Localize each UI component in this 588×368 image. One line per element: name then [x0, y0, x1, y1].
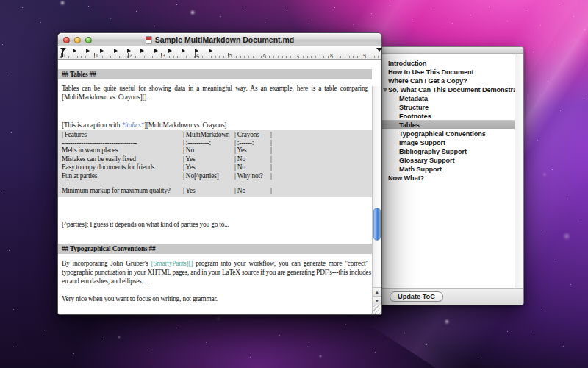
document-text: ## Tables ## Tables can be quite useful …: [58, 60, 372, 314]
text-editing-area[interactable]: ## Tables ## Tables can be quite useful …: [58, 60, 381, 314]
ruler[interactable]: 0 1 2 3 4 5 6 7 8 9: [58, 46, 381, 60]
paragraph-line: en and em dashes, and ellipses....: [62, 277, 368, 286]
scroll-up-arrow-icon[interactable]: ▲: [373, 287, 381, 296]
tab-stop-icon[interactable]: [73, 49, 76, 53]
toc-item-where-copy[interactable]: Where Can I Get a Copy?: [382, 77, 514, 85]
left-margin-marker-icon[interactable]: [60, 48, 66, 52]
document-proxy-icon[interactable]: [146, 36, 152, 44]
toc-item-demonstrate[interactable]: So, What Can This Document Demonstrate?: [382, 85, 514, 94]
editor-window: Sample MultiMarkdown Document.md 0 1 2 3…: [57, 32, 382, 315]
tab-stop-icon[interactable]: [168, 49, 172, 53]
toc-panel-titlebar[interactable]: [381, 47, 523, 54]
toc-item-label: So, What Can This Document Demonstrate?: [388, 86, 514, 93]
toc-item-bibliography[interactable]: Bibliography Support: [382, 147, 514, 156]
toc-item-now-what[interactable]: Now What?: [382, 174, 514, 183]
toc-panel-footer: Update ToC: [381, 288, 523, 305]
window-titlebar[interactable]: Sample MultiMarkdown Document.md: [58, 33, 381, 46]
tab-stop-icon[interactable]: [100, 49, 104, 53]
table-row: Fun at parties| No[^parties]| Why not?|: [62, 172, 372, 181]
tab-stop-icon[interactable]: [86, 49, 90, 53]
table-row: Easy to copy documents for friends| Yes|…: [62, 163, 372, 172]
scrollbar-thumb[interactable]: [373, 208, 381, 241]
paragraph-line: [MultiMarkdown vs. Crayons][].: [62, 93, 368, 102]
right-margin-marker-icon[interactable]: [376, 48, 382, 52]
smartypants-link: [SmartyPants][]: [151, 260, 193, 267]
window-resize-grip[interactable]: [372, 305, 381, 314]
table-row: Minimum markup for maximum quality?| Yes…: [62, 187, 372, 196]
heading-tables: ## Tables ##: [58, 69, 372, 79]
caption-pre: [This is a caption with: [62, 121, 121, 129]
typo-pre: By incorporating John Gruber's: [62, 260, 151, 267]
zoom-button[interactable]: [85, 37, 92, 43]
tab-stop-icon[interactable]: [114, 49, 118, 53]
toc-item-how-to-use[interactable]: How to Use This Document: [382, 68, 514, 77]
tab-stop-icon[interactable]: [140, 49, 144, 53]
caption-post: ][MultiMarkdown vs. Crayons]: [144, 121, 226, 129]
disclosure-triangle-icon[interactable]: [383, 88, 387, 92]
table-row: Melts in warm places| No| Yes|: [62, 146, 372, 155]
paragraph-line: Very nice when you want to focus on writ…: [62, 295, 368, 304]
toc-item-metadata[interactable]: Metadata: [382, 94, 514, 103]
minimize-button[interactable]: [74, 37, 81, 43]
toc-item-structure[interactable]: Structure: [382, 103, 514, 112]
vertical-scrollbar-track[interactable]: ▲ ▼: [372, 86, 381, 314]
tab-stop-icon[interactable]: [209, 49, 212, 53]
paragraph-line: Tables can be quite useful for showing d…: [62, 85, 368, 93]
scroll-down-arrow-icon[interactable]: ▼: [373, 296, 381, 305]
tab-stop-icon[interactable]: [182, 49, 185, 53]
caption-italics: *italics*: [121, 121, 144, 129]
starfield-bright: [0, 0, 1, 1]
toc-item-image-support[interactable]: Image Support: [382, 138, 514, 147]
starfield: [0, 0, 1, 1]
toc-item-glossary[interactable]: Glossary Support: [382, 156, 514, 165]
toc-list: Introduction How to Use This Document Wh…: [382, 54, 514, 288]
ruler-tick-marks: [60, 56, 380, 58]
toc-scrollbar-track[interactable]: [514, 54, 523, 288]
heading-typographical: ## Typographical Conventions ##: [58, 244, 372, 254]
window-title-text: Sample MultiMarkdown Document.md: [155, 35, 295, 44]
toc-item-typographical[interactable]: Typographical Conventions: [382, 130, 514, 138]
toc-panel: Introduction How to Use This Document Wh…: [381, 46, 524, 305]
typo-post: program into your workflow, you can gene…: [193, 260, 368, 267]
paragraph-line: By incorporating John Gruber's [SmartyPa…: [62, 260, 368, 269]
window-title: Sample MultiMarkdown Document.md: [102, 35, 337, 44]
toc-item-introduction[interactable]: Introduction: [382, 59, 514, 68]
close-button[interactable]: [63, 37, 70, 43]
tab-stop-icon[interactable]: [154, 49, 158, 53]
footnote-line: [^parties]: I guess it depends on what k…: [62, 221, 368, 230]
toc-item-tables-selected[interactable]: Tables: [382, 120, 514, 129]
paragraph-line: typographic punctuation in your XHTML pa…: [62, 269, 368, 277]
update-toc-button[interactable]: Update ToC: [390, 291, 443, 302]
toc-item-math[interactable]: Math Support: [382, 165, 514, 174]
